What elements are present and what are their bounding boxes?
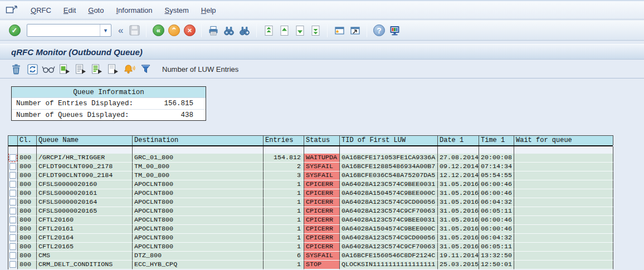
menu-goto[interactable]: Goto bbox=[82, 1, 110, 19]
menu-help[interactable]: Help bbox=[195, 1, 222, 19]
cell-tid[interactable]: 0A64028A1504574C9BEE000C bbox=[340, 225, 438, 234]
cell-dest[interactable]: APOCLNT800 bbox=[133, 216, 264, 225]
cell-cl[interactable]: 800 bbox=[18, 225, 37, 234]
refresh-button[interactable] bbox=[25, 62, 40, 76]
cell-wait[interactable] bbox=[514, 252, 613, 261]
page-down-button[interactable] bbox=[292, 23, 307, 38]
cell-cl[interactable]: 800 bbox=[18, 243, 37, 252]
cell-date[interactable]: 31.05.2016 bbox=[438, 243, 479, 252]
cell-entries[interactable]: 1 bbox=[264, 189, 304, 198]
col-header-entries[interactable]: Entries bbox=[264, 135, 304, 145]
cell-cl[interactable]: 800 bbox=[18, 234, 37, 243]
cell-entries[interactable]: 2 bbox=[264, 163, 304, 171]
cell-time[interactable]: 13:32:50 bbox=[479, 252, 514, 261]
cell-date[interactable]: 19.11.2014 bbox=[438, 252, 479, 261]
cell-dest[interactable]: TM_00_800 bbox=[133, 171, 264, 180]
cell-queue[interactable]: CFSLS0000020160 bbox=[37, 180, 133, 189]
cell-date[interactable]: 25.03.2015 bbox=[438, 261, 479, 269]
cell-tid[interactable]: QLOCKSIN1111111111111111 bbox=[340, 261, 438, 269]
cell-wait[interactable] bbox=[514, 154, 613, 163]
activate-luws-button[interactable] bbox=[90, 62, 104, 76]
row-select-checkbox[interactable] bbox=[9, 154, 16, 161]
last-page-button[interactable] bbox=[308, 23, 323, 38]
cell-cl[interactable]: 800 bbox=[18, 163, 37, 171]
command-input[interactable] bbox=[29, 25, 100, 36]
print-button[interactable] bbox=[206, 23, 221, 38]
cell-wait[interactable] bbox=[514, 171, 613, 180]
cell-time[interactable]: 20:00:08 bbox=[479, 154, 514, 163]
cell-status[interactable]: SYSFAIL bbox=[304, 163, 340, 171]
cell-time[interactable]: 12:50:01 bbox=[479, 261, 514, 269]
row-select-checkbox[interactable] bbox=[9, 181, 16, 188]
row-select-checkbox[interactable] bbox=[9, 172, 16, 179]
cell-status[interactable]: STOP bbox=[304, 261, 340, 269]
cell-dest[interactable]: APOCLNT800 bbox=[133, 234, 264, 243]
cell-status[interactable]: SYSFAIL bbox=[304, 252, 340, 261]
col-header-tid-of-first-luw[interactable]: TID of First LUW bbox=[340, 135, 438, 145]
row-select-checkbox[interactable] bbox=[9, 261, 16, 268]
cell-cl[interactable]: 800 bbox=[18, 154, 37, 163]
cell-date[interactable]: 12.12.2014 bbox=[438, 171, 479, 180]
cell-cl[interactable]: 800 bbox=[18, 180, 37, 189]
cell-cl[interactable]: 800 bbox=[18, 198, 37, 207]
cell-dest[interactable]: TM_00_800 bbox=[133, 163, 264, 171]
cell-dest[interactable]: DTZ_800 bbox=[133, 252, 264, 261]
cell-tid[interactable]: 0A16BCFE171053FE1CA9336A bbox=[340, 154, 438, 163]
cell-queue[interactable]: CFTL20165 bbox=[37, 243, 133, 252]
cell-time[interactable]: 06:00:46 bbox=[479, 189, 514, 198]
cell-queue[interactable]: CFTL20161 bbox=[37, 225, 133, 234]
cell-queue[interactable]: CFLDT90CLNT090_2184 bbox=[37, 171, 133, 180]
menu-information[interactable]: Information bbox=[110, 1, 158, 19]
alarm-button[interactable] bbox=[122, 62, 136, 76]
cell-tid[interactable]: 0A64028A123C574C9CF70063 bbox=[340, 243, 438, 252]
cell-entries[interactable]: 154.812 bbox=[264, 154, 304, 163]
cell-cl[interactable]: 800 bbox=[18, 252, 37, 261]
cell-entries[interactable]: 1 bbox=[264, 234, 304, 243]
cell-wait[interactable] bbox=[514, 243, 613, 252]
cell-tid[interactable]: 0A16BCFE1560546C8DF2124C bbox=[340, 252, 438, 261]
row-select-checkbox[interactable] bbox=[9, 199, 16, 205]
cell-tid[interactable]: 0A64028A123C574C9BEE0031 bbox=[340, 216, 438, 225]
cell-wait[interactable] bbox=[514, 207, 613, 216]
cell-queue[interactable]: CFTL20164 bbox=[37, 234, 133, 243]
cell-dest[interactable]: APOCLNT800 bbox=[133, 243, 264, 252]
row-select-checkbox[interactable] bbox=[9, 252, 16, 259]
delete-button[interactable] bbox=[9, 62, 23, 76]
row-select-checkbox[interactable] bbox=[9, 208, 16, 214]
new-session-button[interactable] bbox=[332, 23, 347, 38]
cell-date[interactable]: 31.05.2016 bbox=[438, 207, 479, 216]
cell-date[interactable]: 31.05.2016 bbox=[438, 180, 479, 189]
cell-tid[interactable]: 0A64028A123C574C9CD00056 bbox=[340, 234, 438, 243]
back-button[interactable]: « bbox=[151, 23, 165, 38]
cell-entries[interactable]: 1 bbox=[264, 261, 304, 269]
col-header-select[interactable] bbox=[8, 135, 18, 145]
cell-date[interactable]: 31.05.2016 bbox=[438, 198, 479, 207]
cell-queue[interactable]: /GRCPI/HR_TRIGGER bbox=[37, 154, 133, 163]
help-button[interactable]: ? bbox=[372, 23, 386, 38]
cell-queue[interactable]: CFTL20160 bbox=[37, 216, 133, 225]
cell-status[interactable]: CPICERR bbox=[304, 216, 340, 225]
cell-dest[interactable]: APOCLNT800 bbox=[133, 180, 264, 189]
cell-tid[interactable]: 0A16BCFE12885486934A00B7 bbox=[340, 163, 438, 171]
cell-time[interactable]: 06:00:46 bbox=[479, 180, 514, 189]
cell-wait[interactable] bbox=[514, 234, 613, 243]
cell-cl[interactable]: 800 bbox=[18, 207, 37, 216]
cell-status[interactable]: CPICERR bbox=[304, 243, 340, 252]
cell-queue[interactable]: CFSLS0000020165 bbox=[37, 207, 133, 216]
exit-button[interactable]: ⌃ bbox=[167, 23, 181, 38]
activate-queue-button[interactable] bbox=[74, 62, 88, 76]
find-button[interactable] bbox=[222, 23, 236, 38]
cell-tid[interactable]: 0A64028A123C574C9CD00056 bbox=[340, 198, 438, 207]
cell-cl[interactable]: 800 bbox=[18, 261, 37, 269]
cell-cl[interactable]: 800 bbox=[18, 189, 37, 198]
cell-time[interactable]: 06:00:46 bbox=[479, 225, 514, 234]
cell-entries[interactable]: 3 bbox=[264, 171, 304, 180]
cell-date[interactable]: 31.05.2016 bbox=[438, 225, 479, 234]
first-page-button[interactable] bbox=[261, 23, 276, 38]
cell-entries[interactable]: 6 bbox=[264, 252, 304, 261]
col-header-date-1[interactable]: Date 1 bbox=[438, 135, 479, 145]
row-select-checkbox[interactable] bbox=[9, 234, 16, 241]
row-select-checkbox[interactable] bbox=[9, 190, 16, 197]
cell-status[interactable]: CPICERR bbox=[304, 234, 340, 243]
cell-wait[interactable] bbox=[514, 216, 613, 225]
